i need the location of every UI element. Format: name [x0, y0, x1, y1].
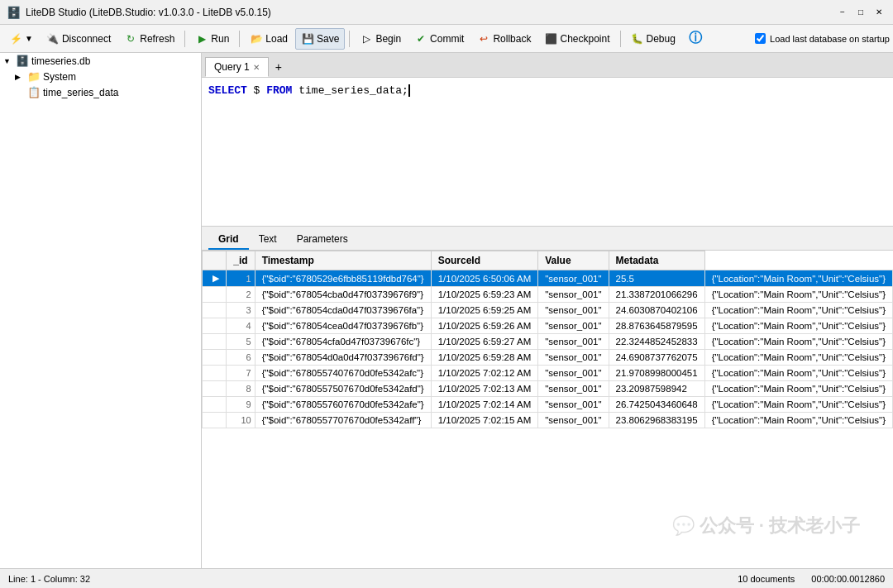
close-button[interactable]: ✕	[872, 5, 886, 20]
cell-id: {"$oid":"6780557607670d0fe5342afe"}	[255, 397, 431, 413]
cell-timestamp: 1/10/2025 6:59:25 AM	[431, 303, 538, 318]
debug-button[interactable]: 🐛 Debug	[625, 28, 681, 50]
cell-metadata: {"Location":"Main Room","Unit":"Celsius"…	[704, 381, 892, 397]
status-bar: Line: 1 - Column: 32 10 documents 00:00:…	[0, 568, 893, 588]
table-row[interactable]: 6{"$oid":"678054d0a0d47f03739676fd"}1/10…	[203, 350, 893, 366]
load-button[interactable]: 📂 Load	[244, 28, 294, 50]
result-tabs: Grid Text Parameters	[202, 227, 893, 251]
tab-grid[interactable]: Grid	[208, 230, 249, 250]
cell-sourceid: "sensor_001"	[538, 318, 609, 334]
cursor-position: Line: 1 - Column: 32	[8, 574, 90, 584]
separator-1	[184, 31, 185, 47]
table-row[interactable]: 9{"$oid":"6780557607670d0fe5342afe"}1/10…	[203, 397, 893, 413]
table-row[interactable]: 2{"$oid":"678054cba0d47f03739676f9"}1/10…	[203, 287, 893, 303]
expand-icon-system: ▶	[15, 73, 25, 81]
cell-sourceid: "sensor_001"	[538, 287, 609, 303]
cell-timestamp: 1/10/2025 7:02:13 AM	[431, 381, 538, 397]
toolbar: ⚡ ▼ 🔌 Disconnect ↻ Refresh ▶ Run 📂 Load …	[0, 25, 893, 53]
minimize-button[interactable]: −	[835, 5, 850, 20]
separator-3	[349, 31, 350, 47]
cell-timestamp: 1/10/2025 6:59:28 AM	[431, 350, 538, 366]
disconnect-label: Disconnect	[62, 33, 111, 45]
row-arrow	[203, 318, 227, 334]
table-row[interactable]: 8{"$oid":"6780557507670d0fe5342afd"}1/10…	[203, 381, 893, 397]
table-row[interactable]: 3{"$oid":"678054cda0d47f03739676fa"}1/10…	[203, 303, 893, 318]
cell-id: {"$oid":"6780557707670d0fe5342aff"}	[255, 413, 431, 428]
cell-value: 25.5	[609, 270, 704, 287]
table-row[interactable]: 5{"$oid":"678054cfa0d47f03739676fc"}1/10…	[203, 334, 893, 350]
add-tab-button[interactable]: +	[269, 57, 289, 77]
refresh-label: Refresh	[140, 33, 174, 45]
cell-sourceid: "sensor_001"	[538, 350, 609, 366]
cell-id: {"$oid":"678054cea0d47f03739676fb"}	[255, 318, 431, 334]
cell-timestamp: 1/10/2025 7:02:14 AM	[431, 397, 538, 413]
query-tab-label: Query 1	[214, 61, 250, 73]
row-number: 3	[227, 303, 255, 318]
window-title: LiteDB Studio (LiteDB.Studio: v1.0.3.0 -…	[26, 7, 271, 18]
run-button[interactable]: ▶ Run	[189, 28, 235, 50]
expand-icon: ▼	[3, 57, 13, 65]
title-bar-controls: − □ ✕	[835, 5, 886, 20]
table-body: ▶1{"$oid":"6780529e6fbb85119fdbd764"}1/1…	[203, 270, 893, 428]
query-tab[interactable]: Query 1 ✕	[205, 57, 269, 77]
commit-button[interactable]: ✔ Commit	[408, 28, 470, 50]
cell-value: 21.9708998000451	[609, 366, 704, 381]
col-sourceid: SourceId	[431, 251, 538, 270]
table-row[interactable]: 10{"$oid":"6780557707670d0fe5342aff"}1/1…	[203, 413, 893, 428]
cell-id: {"$oid":"6780557407670d0fe5342afc"}	[255, 366, 431, 381]
db-icon: 🗄️	[16, 55, 29, 67]
cell-metadata: {"Location":"Main Room","Unit":"Celsius"…	[704, 318, 892, 334]
cell-sourceid: "sensor_001"	[538, 381, 609, 397]
connect-label: ▼	[25, 34, 33, 43]
table-row[interactable]: 4{"$oid":"678054cea0d47f03739676fb"}1/10…	[203, 318, 893, 334]
checkpoint-button[interactable]: ⬛ Checkpoint	[538, 28, 615, 50]
table-row[interactable]: 7{"$oid":"6780557407670d0fe5342afc"}1/10…	[203, 366, 893, 381]
col-metadata: Metadata	[609, 251, 704, 270]
cell-value: 21.3387201066296	[609, 287, 704, 303]
cell-sourceid: "sensor_001"	[538, 366, 609, 381]
cell-id: {"$oid":"678054cda0d47f03739676fa"}	[255, 303, 431, 318]
cell-metadata: {"Location":"Main Room","Unit":"Celsius"…	[704, 303, 892, 318]
system-label: System	[43, 71, 76, 83]
cell-metadata: {"Location":"Main Room","Unit":"Celsius"…	[704, 366, 892, 381]
row-arrow	[203, 350, 227, 366]
cell-metadata: {"Location":"Main Room","Unit":"Celsius"…	[704, 397, 892, 413]
tab-close-button[interactable]: ✕	[253, 63, 260, 72]
row-number: 8	[227, 381, 255, 397]
save-button[interactable]: 💾 Save	[295, 28, 345, 50]
col-value: Value	[538, 251, 609, 270]
disconnect-button[interactable]: 🔌 Disconnect	[41, 28, 117, 50]
cell-metadata: {"Location":"Main Room","Unit":"Celsius"…	[704, 413, 892, 428]
results-area: Grid Text Parameters _id Timestamp Sourc…	[202, 227, 893, 568]
rollback-button[interactable]: ↩ Rollback	[471, 28, 537, 50]
refresh-icon: ↻	[124, 32, 137, 45]
table-node[interactable]: ▶ 📋 time_series_data	[0, 84, 201, 100]
refresh-button[interactable]: ↻ Refresh	[118, 28, 180, 50]
table-row[interactable]: ▶1{"$oid":"6780529e6fbb85119fdbd764"}1/1…	[203, 270, 893, 287]
tab-text[interactable]: Text	[249, 230, 287, 250]
db-node[interactable]: ▼ 🗄️ timeseries.db	[0, 53, 201, 69]
cell-value: 24.6030870402106	[609, 303, 704, 318]
info-button[interactable]: ⓘ	[683, 28, 708, 50]
tab-parameters[interactable]: Parameters	[287, 230, 358, 250]
connect-dropdown-button[interactable]: ⚡ ▼	[3, 28, 39, 50]
begin-button[interactable]: ▷ Begin	[354, 28, 407, 50]
cell-value: 28.8763645879595	[609, 318, 704, 334]
cell-timestamp: 1/10/2025 6:59:27 AM	[431, 334, 538, 350]
data-grid[interactable]: _id Timestamp SourceId Value Metadata ▶1…	[202, 251, 893, 568]
maximize-button[interactable]: □	[853, 5, 868, 20]
cell-value: 23.20987598942	[609, 381, 704, 397]
row-arrow	[203, 334, 227, 350]
cell-sourceid: "sensor_001"	[538, 303, 609, 318]
cell-sourceid: "sensor_001"	[538, 413, 609, 428]
system-node[interactable]: ▶ 📁 System	[0, 69, 201, 84]
row-arrow: ▶	[203, 270, 227, 287]
row-arrow	[203, 397, 227, 413]
cell-timestamp: 1/10/2025 7:02:12 AM	[431, 366, 538, 381]
load-last-db-checkbox[interactable]	[755, 33, 766, 44]
document-count: 10 documents	[738, 574, 795, 584]
row-arrow	[203, 366, 227, 381]
table-header-row: _id Timestamp SourceId Value Metadata	[203, 251, 893, 270]
rollback-icon: ↩	[477, 32, 490, 45]
query-editor[interactable]: SELECT $ FROM time_series_data;	[202, 78, 893, 227]
